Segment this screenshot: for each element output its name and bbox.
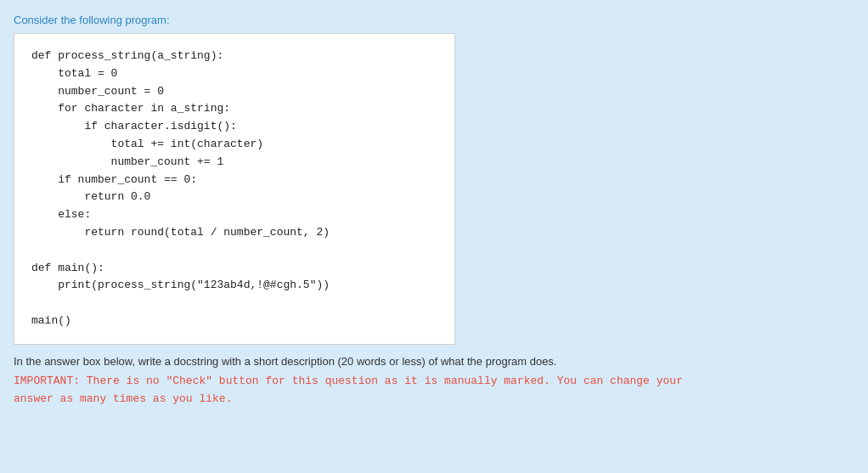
consider-label: Consider the following program: xyxy=(14,14,854,26)
code-block: def process_string(a_string): total = 0 … xyxy=(14,33,455,345)
important-line2: answer as many times as you like. xyxy=(14,391,854,408)
instruction-text: In the answer box below, write a docstri… xyxy=(14,355,854,368)
important-line1: IMPORTANT: There is no "Check" button fo… xyxy=(14,373,854,391)
